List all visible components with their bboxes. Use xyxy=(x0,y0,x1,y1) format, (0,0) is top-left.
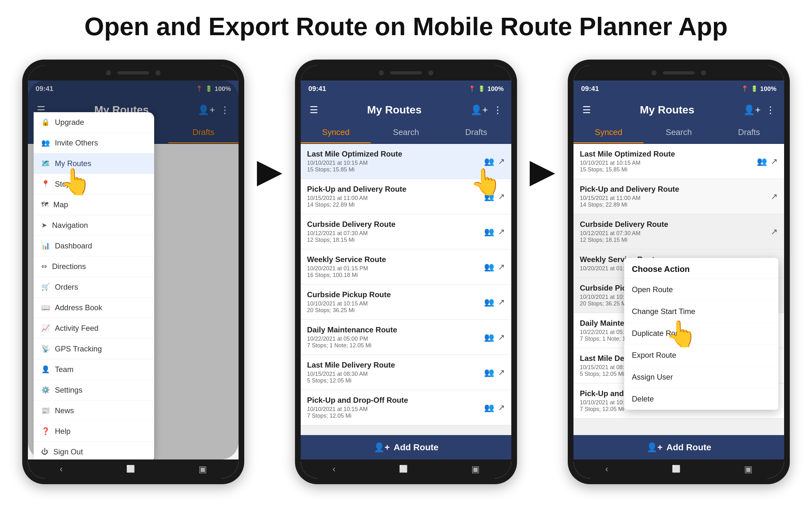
context-menu-duplicate-route[interactable]: Duplicate Route xyxy=(624,323,778,344)
camera-dot-right-2 xyxy=(428,70,433,75)
drawer-item-stops[interactable]: 📍 Stops xyxy=(34,174,154,194)
drawer-item-directions[interactable]: ⇔ Directions xyxy=(34,257,154,277)
tab-drafts-p2[interactable]: Drafts xyxy=(441,122,511,143)
assign-icon-6-p2[interactable]: 👥 xyxy=(484,332,494,342)
share-icon-5-p2[interactable]: ↗ xyxy=(498,297,505,307)
back-button[interactable]: ‹ xyxy=(50,461,72,476)
route-actions-5-p2: 👥 ↗ xyxy=(484,297,505,307)
context-menu-assign-user[interactable]: Assign User xyxy=(624,366,778,388)
route-meta2-1-p2: 15 Stops; 15.85 Mi xyxy=(307,166,484,173)
route-item-1-p2[interactable]: Last Mile Optimized Route 10/10/2021 at … xyxy=(301,144,511,179)
share-icon-3-p3[interactable]: ↗ xyxy=(771,227,778,237)
route-item-2-p2[interactable]: Pick-Up and Delivery Route 10/15/2021 at… xyxy=(301,179,511,214)
drawer-item-help[interactable]: ❓ Help xyxy=(34,421,154,442)
route-meta2-3-p2: 12 Stops; 18.15 Mi xyxy=(307,237,484,243)
context-menu-delete[interactable]: Delete xyxy=(624,388,778,410)
drawer-item-navigation[interactable]: ➤ Navigation xyxy=(34,215,154,236)
camera-dot-left xyxy=(106,70,111,75)
drawer-item-myroutes[interactable]: 🗺️ My Routes xyxy=(34,153,154,174)
camera-dot-left-3 xyxy=(652,70,657,75)
route-info-3-p2: Curbside Delivery Route 10/12/2021 at 07… xyxy=(307,220,484,243)
share-icon-2-p2[interactable]: ↗ xyxy=(498,192,505,202)
drawer-item-signout[interactable]: ⏻ Sign Out xyxy=(34,442,154,459)
route-meta2-2-p2: 14 Stops; 22.89 Mi xyxy=(307,202,484,208)
route-actions-4-p2: 👥 ↗ xyxy=(484,262,505,272)
phone-2-tabs: Synced Search Drafts xyxy=(301,122,511,144)
context-menu-export-route[interactable]: Export Route xyxy=(624,344,778,366)
home-button-2[interactable]: ⬜ xyxy=(390,462,417,475)
tab-search-p3[interactable]: Search xyxy=(644,122,714,143)
drawer-item-upgrade[interactable]: 🔒 Upgrade xyxy=(34,112,154,133)
drawer-item-news[interactable]: 📰 News xyxy=(34,400,154,421)
route-item-7-p2[interactable]: Last Mile Delivery Route 10/15/2021 at 0… xyxy=(301,355,511,390)
route-item-6-p2[interactable]: Daily Maintenance Route 10/22/2021 at 05… xyxy=(301,320,511,355)
drawer-item-map[interactable]: 🗺 Map xyxy=(34,194,154,215)
share-icon-8-p2[interactable]: ↗ xyxy=(498,403,505,412)
more-vert-icon-2[interactable]: ⋮ xyxy=(490,102,505,118)
route-item-4-p2[interactable]: Weekly Service Route 10/20/2021 at 01:15… xyxy=(301,249,511,285)
drawer-item-settings[interactable]: ⚙️ Settings xyxy=(34,380,154,400)
tab-synced-p2[interactable]: Synced xyxy=(301,122,371,143)
add-person-icon-3[interactable]: 👤+ xyxy=(741,102,763,118)
route-meta-4-p2: 10/20/2021 at 01:15 PM xyxy=(307,265,484,272)
context-menu-change-start-time[interactable]: Change Start Time xyxy=(624,301,778,323)
tab-search-p2[interactable]: Search xyxy=(371,122,441,143)
drawer-item-invite[interactable]: 👥 Invite Others xyxy=(34,133,154,153)
tab-drafts-p3[interactable]: Drafts xyxy=(714,122,784,143)
route-name-1-p2: Last Mile Optimized Route xyxy=(307,150,484,158)
assign-icon-4-p2[interactable]: 👥 xyxy=(484,262,494,272)
tab-synced-p3[interactable]: Synced xyxy=(573,122,644,143)
assign-icon-7-p2[interactable]: 👥 xyxy=(484,368,494,377)
recents-button[interactable]: ▣ xyxy=(189,461,216,477)
drawer-item-team[interactable]: 👤 Team xyxy=(34,359,154,380)
team-icon: 👤 xyxy=(41,365,50,374)
recents-button-2[interactable]: ▣ xyxy=(462,461,489,477)
route-item-1-p3[interactable]: Last Mile Optimized Route 10/10/2021 at … xyxy=(573,144,784,179)
context-menu-open-route[interactable]: Open Route xyxy=(624,279,778,301)
drawer-item-gpstracking[interactable]: 📡 GPS Tracking xyxy=(34,339,154,359)
assign-icon-8-p2[interactable]: 👥 xyxy=(484,403,494,412)
phone-2-screen: 09:41 📍 🔋 100% ☰ My Routes 👤+ ⋮ Synced S… xyxy=(301,80,511,459)
back-button-3[interactable]: ‹ xyxy=(596,461,618,476)
home-button-3[interactable]: ⬜ xyxy=(662,462,690,475)
news-icon: 📰 xyxy=(41,406,50,415)
camera-dot-left-2 xyxy=(379,70,384,75)
home-button[interactable]: ⬜ xyxy=(117,462,144,475)
orders-icon: 🛒 xyxy=(41,283,50,291)
drawer-item-addressbook[interactable]: 📖 Address Book xyxy=(34,297,154,318)
page-title: Open and Export Route on Mobile Route Pl… xyxy=(19,13,793,41)
assign-icon-1-p3[interactable]: 👥 xyxy=(757,157,767,166)
hamburger-icon-2[interactable]: ☰ xyxy=(307,102,321,118)
assign-icon-5-p2[interactable]: 👥 xyxy=(484,297,494,307)
assign-icon-2-p2[interactable]: 👥 xyxy=(484,192,494,202)
phone-2-app-bar: ☰ My Routes 👤+ ⋮ xyxy=(301,97,511,122)
share-icon-4-p2[interactable]: ↗ xyxy=(498,262,505,272)
add-person-icon-2[interactable]: 👤+ xyxy=(468,102,490,118)
recents-button-3[interactable]: ▣ xyxy=(734,461,762,477)
share-icon-6-p2[interactable]: ↗ xyxy=(498,332,505,342)
drawer-item-orders[interactable]: 🛒 Orders xyxy=(34,277,154,297)
add-route-button-p2[interactable]: 👤+ Add Route xyxy=(301,435,511,459)
drawer-item-activityfeed[interactable]: 📈 Activity Feed xyxy=(34,318,154,339)
more-vert-icon-3[interactable]: ⋮ xyxy=(763,102,778,118)
back-button-2[interactable]: ‹ xyxy=(323,461,345,476)
share-icon-2-p3[interactable]: ↗ xyxy=(771,192,778,202)
add-route-button-p3[interactable]: 👤+ Add Route xyxy=(573,435,784,459)
share-icon-3-p2[interactable]: ↗ xyxy=(498,227,505,237)
route-item-3-p2[interactable]: Curbside Delivery Route 10/12/2021 at 07… xyxy=(301,214,511,249)
share-icon-1-p2[interactable]: ↗ xyxy=(498,157,505,166)
route-meta2-3-p3: 12 Stops; 18.15 Mi xyxy=(580,237,771,243)
assign-icon-1-p2[interactable]: 👥 xyxy=(484,157,494,166)
hamburger-icon-3[interactable]: ☰ xyxy=(580,102,594,118)
route-item-5-p2[interactable]: Curbside Pickup Route 10/10/2021 at 10:1… xyxy=(301,285,511,320)
route-item-2-p3[interactable]: Pick-Up and Delivery Route 10/15/2021 at… xyxy=(573,179,784,214)
route-item-8-p2[interactable]: Pick-Up and Drop-Off Route 10/10/2021 at… xyxy=(301,390,511,425)
share-icon-7-p2[interactable]: ↗ xyxy=(498,368,505,377)
drawer-item-dashboard[interactable]: 📊 Dashboard xyxy=(34,236,154,257)
route-name-7-p2: Last Mile Delivery Route xyxy=(307,360,484,370)
assign-icon-3-p2[interactable]: 👥 xyxy=(484,227,494,237)
route-actions-8-p2: 👥 ↗ xyxy=(484,403,505,412)
share-icon-1-p3[interactable]: ↗ xyxy=(771,157,778,166)
route-item-3-p3[interactable]: Curbside Delivery Route 10/12/2021 at 07… xyxy=(573,214,784,249)
drawer-label-team: Team xyxy=(55,365,73,374)
